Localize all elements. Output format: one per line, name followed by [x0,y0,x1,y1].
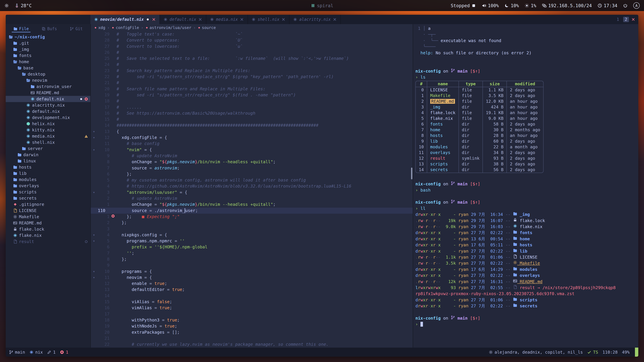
editor-line[interactable]: 8 }; [91,256,413,262]
tree-item[interactable]: development.nix [6,114,90,121]
tree-item[interactable]: hosts [6,164,90,170]
tab-close-icon[interactable] [198,17,202,21]
editor-tab[interactable]: shell.nix [248,15,290,24]
tree-item[interactable]: home [6,59,90,65]
tab-close-icon[interactable] [333,17,337,21]
editor-line[interactable]: 3 [91,226,413,232]
editor-line[interactable]: 9 [91,262,413,268]
editor-line[interactable]: 17 [91,311,413,317]
editor-tab[interactable]: alacritty.nix [290,15,341,24]
breadcrumb-item[interactable]: astronvim/lua/user [146,25,191,30]
fold-marker[interactable]: ▾ [91,129,97,135]
editor-line[interactable]: 16 vimAlias = true; [91,305,413,311]
tree-item[interactable]: modules [6,176,90,183]
editor-line[interactable]: 25# Save the selected text to a file: `:… [91,55,413,61]
editor-line[interactable]: 4 # https://github.com/AstroNvim/AstroNv… [91,183,413,189]
tree-item[interactable]: result [6,239,90,245]
code-area[interactable]: 29# Toggle text's case: `~`28# Convert t… [91,31,413,348]
editor-line[interactable]: 22# sed -ri "s/pattern_str/replace_str/g… [91,74,413,80]
tree-item[interactable]: kitty.nix [6,127,90,133]
workspace-switcher[interactable] [4,3,9,8]
editor-line[interactable]: 21 [91,335,413,341]
editor-line[interactable]: 1 onChange = "${pkgs.neovim}/bin/nvim --… [91,201,413,207]
temperature-indicator[interactable]: 28°C [14,3,32,8]
fold-marker[interactable]: ▾ [91,189,97,195]
tree-item[interactable]: default.nix [6,96,90,102]
tab-close-icon[interactable] [152,17,156,21]
editor-line[interactable]: 18 withPython3 = true; [91,317,413,323]
breadcrumb-item[interactable]: source [198,25,216,30]
explorer-tab-bufs[interactable]: Bufs [40,26,59,32]
editor-line[interactable]: 9 # update AstroNvim [91,153,413,159]
tree-item[interactable]: flake.nix [6,232,90,239]
terminal-pane[interactable]: 1 │ a · ─┬─ · ╰── executable was not fou… [413,24,638,348]
tree-item[interactable]: astronvim_user [6,83,90,90]
editor-line[interactable]: 2 }; [91,220,413,226]
clock-indicator[interactable]: 17:34 [598,3,617,8]
editor-line[interactable]: 11 # base config [91,141,413,147]
tab-page-indicator[interactable]: 1 [615,17,621,22]
tree-item[interactable]: desktop [6,71,90,77]
editor-line[interactable]: 23# Search key pattern and Replace in Mu… [91,68,413,74]
volume-indicator[interactable]: 100% [482,3,499,8]
tree-item[interactable]: media.nix [6,133,90,139]
fold-marker[interactable]: ▾ [91,232,97,238]
keyboard-layout-indicator[interactable]: A [633,2,640,9]
tree-item[interactable]: alacritty.nix [6,102,90,108]
tree-item[interactable]: .git [6,40,90,46]
editor-line[interactable]: 12 enable = true; [91,281,413,287]
editor-line[interactable]: 14 [91,293,413,299]
tree-item[interactable]: helix.nix [6,121,90,127]
editor-line[interactable]: 20 extraPackages = []; [91,329,413,335]
fold-marker[interactable]: ▾ [91,269,97,275]
recorder-indicator[interactable]: Stopped [451,3,476,8]
brightness-indicator[interactable]: 1% [524,3,536,8]
tree-item[interactable]: README.md [6,90,90,96]
editor-line[interactable]: ▾12 xdg.configFile = { [91,135,413,141]
editor-line[interactable]: ▾5 programs.npm.npmrc = '' [91,238,413,244]
editor-line[interactable]: 5 # my cusotom astronvim config, astronv… [91,177,413,183]
tree-item[interactable]: .gitignore [6,201,90,207]
modified-indicator[interactable]: 1 [47,350,56,355]
editor-line[interactable]: 17# ...... [91,104,413,110]
editor-tab[interactable]: default.nix [160,15,206,24]
editor-line[interactable]: ▾3 "astronvim/lua/user" = { [91,189,413,195]
editor-tab[interactable]: media.nix [206,15,248,24]
power-button[interactable] [623,3,628,8]
editor-line[interactable]: ▾10 "nvim" = { [91,147,413,153]
editor-line[interactable]: 24# [91,61,413,67]
tabline-close-icon[interactable] [631,17,635,21]
editor-tab[interactable]: neovim/default.nix [90,15,160,24]
editor-line[interactable]: 18# [91,98,413,104]
explorer-tab-git[interactable]: Git [68,26,84,32]
git-branch-indicator[interactable]: main [9,350,25,355]
scrollbar-thumb[interactable] [411,168,412,179]
tree-item[interactable]: overlays [6,183,90,189]
editor-line[interactable]: 15# [91,116,413,122]
editor-line[interactable]: 27# Convert to lowercase: `u` [91,43,413,49]
editor-line[interactable]: 28# Convert to uppercase: `U` [91,37,413,43]
tree-item[interactable]: LICENSE [6,207,90,214]
tab-close-icon[interactable] [282,17,286,21]
editor-line[interactable]: 8 onChange = "${pkgs.neovim}/bin/nvim --… [91,159,413,165]
explorer-tab-file[interactable]: File [12,26,30,32]
tree-item[interactable]: _img [6,46,90,52]
tree-item[interactable]: darwin [6,152,90,158]
breadcrumb-item[interactable]: xdg [94,25,105,30]
tree-item[interactable]: default.nix [6,108,90,114]
editor-line[interactable]: 2 # update AstroNvim [91,195,413,201]
editor-scrollbar[interactable] [411,41,412,343]
tree-item[interactable]: server [6,145,90,152]
terminal-input-line[interactable]: › [416,321,638,327]
editor-line[interactable]: 14######################################… [91,122,413,128]
editor-line[interactable]: 20# Search file name pattern and Replace… [91,86,413,92]
tree-item[interactable]: secrets [6,195,90,201]
tree-item[interactable]: README.md [6,220,90,226]
fold-marker[interactable]: ▾ [91,275,97,281]
tree-item[interactable]: shell.nix [6,139,90,145]
tab-close-icon[interactable] [240,17,244,21]
editor-line[interactable]: 19 withNodeJs = true; [91,323,413,329]
editor-line[interactable]: ▾13{ [91,129,413,135]
fold-marker[interactable]: ▾ [91,147,97,153]
editor-line[interactable]: 110 source = ./astronvim_user; [91,208,413,214]
